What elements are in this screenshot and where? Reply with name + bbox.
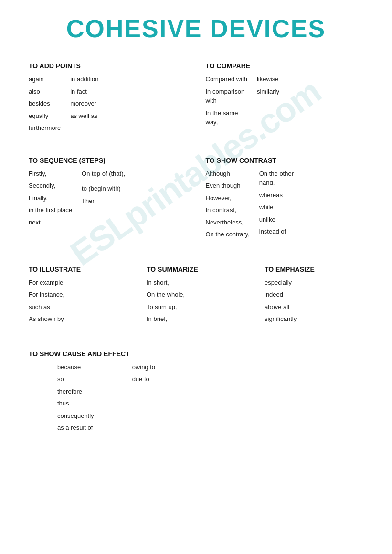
- list-item: so: [57, 374, 94, 384]
- summarize-col: In short, On the whole, To sum up, In br…: [147, 278, 185, 324]
- sequence-title: TO SEQUENCE (STEPS): [29, 157, 187, 164]
- list-item: in fact: [70, 87, 98, 96]
- list-item: in the first place: [29, 205, 72, 215]
- list-item: Nevertheless,: [206, 218, 250, 227]
- list-item: also: [29, 87, 61, 96]
- sections-grid: TO ADD POINTS again also besides equally…: [24, 57, 368, 437]
- list-item: next: [29, 218, 72, 227]
- add-points-title: TO ADD POINTS: [29, 62, 187, 70]
- list-item: whereas: [259, 191, 294, 200]
- list-item: because: [57, 362, 94, 372]
- list-item: especially: [265, 278, 297, 288]
- section-contrast: TO SHOW CONTRAST Although Even though Ho…: [201, 152, 369, 244]
- list-item: Although: [206, 169, 250, 179]
- list-item: similarly: [257, 87, 279, 96]
- cause-effect-title: TO SHOW CAUSE AND EFFECT: [29, 350, 363, 358]
- cause-effect-body: because so therefore thus consequently a…: [29, 362, 363, 433]
- contrast-col2: On the otherhand, whereas while unlike i…: [259, 169, 294, 239]
- section-summarize: TO SUMMARIZE In short, On the whole, To …: [142, 261, 250, 329]
- list-item: in addition: [70, 75, 98, 84]
- page-title: COHESIVE DEVICES: [24, 14, 368, 43]
- list-item: On the whole,: [147, 290, 185, 299]
- contrast-col1: Although Even though However, In contras…: [206, 169, 250, 239]
- illustrate-body: For example, For instance, such as As sh…: [29, 278, 127, 324]
- add-points-body: again also besides equally furthermore i…: [29, 75, 187, 133]
- section-emphasize: TO EMPHASIZE especially indeed above all…: [260, 261, 368, 329]
- list-item: such as: [29, 302, 65, 312]
- cause-col1: because so therefore thus consequently a…: [57, 362, 94, 433]
- list-item: instead of: [259, 227, 294, 236]
- contrast-body: Although Even though However, In contras…: [206, 169, 364, 239]
- row-3: TO ILLUSTRATE For example, For instance,…: [24, 261, 368, 329]
- list-item: In the sameway,: [206, 108, 247, 127]
- section-compare: TO COMPARE Compared with In comparisonwi…: [201, 57, 369, 138]
- compare-title: TO COMPARE: [206, 62, 364, 70]
- list-item: As shown by: [29, 314, 65, 324]
- list-item: therefore: [57, 387, 94, 396]
- list-item: to (begin with): [82, 184, 125, 193]
- emphasize-title: TO EMPHASIZE: [265, 266, 363, 273]
- summarize-title: TO SUMMARIZE: [147, 266, 245, 273]
- list-item: On top of (that),: [82, 169, 125, 179]
- list-item: However,: [206, 193, 250, 203]
- list-item: while: [259, 202, 294, 212]
- list-item: In short,: [147, 278, 185, 288]
- summarize-body: In short, On the whole, To sum up, In br…: [147, 278, 245, 324]
- compare-body: Compared with In comparisonwith In the s…: [206, 75, 364, 127]
- list-item: Then: [82, 196, 125, 206]
- compare-col2: likewise similarly: [257, 75, 279, 127]
- add-points-col2: in addition in fact moreover as well as: [70, 75, 98, 133]
- list-item: For instance,: [29, 290, 65, 299]
- list-item: consequently: [57, 411, 94, 421]
- section-sequence: TO SEQUENCE (STEPS) Firstly, Secondly, F…: [24, 152, 191, 244]
- section-add-points: TO ADD POINTS again also besides equally…: [24, 57, 191, 138]
- list-item: Firstly,: [29, 169, 72, 179]
- list-item: On the contrary,: [206, 230, 250, 239]
- list-item: furthermore: [29, 123, 61, 133]
- list-item: Even though: [206, 181, 250, 191]
- add-points-col1: again also besides equally furthermore: [29, 75, 61, 133]
- list-item: In brief,: [147, 314, 185, 324]
- list-item: besides: [29, 99, 61, 108]
- list-item: owing to: [132, 362, 155, 372]
- row-4: TO SHOW CAUSE AND EFFECT because so ther…: [24, 345, 368, 437]
- list-item: To sum up,: [147, 302, 185, 312]
- list-item: above all: [265, 302, 297, 312]
- list-item: indeed: [265, 290, 297, 299]
- emphasize-col: especially indeed above all significantl…: [265, 278, 297, 324]
- list-item: thus: [57, 399, 94, 408]
- section-cause-effect: TO SHOW CAUSE AND EFFECT because so ther…: [24, 345, 368, 437]
- compare-col1: Compared with In comparisonwith In the s…: [206, 75, 247, 127]
- list-item: On the otherhand,: [259, 169, 294, 188]
- list-item: Secondly,: [29, 181, 72, 191]
- list-item: significantly: [265, 314, 297, 324]
- list-item: Finally,: [29, 193, 72, 203]
- list-item: again: [29, 75, 61, 84]
- illustrate-col: For example, For instance, such as As sh…: [29, 278, 65, 324]
- sequence-col1: Firstly, Secondly, Finally, in the first…: [29, 169, 72, 227]
- row-1: TO ADD POINTS again also besides equally…: [24, 57, 368, 138]
- list-item: Compared with: [206, 75, 247, 84]
- sequence-body: Firstly, Secondly, Finally, in the first…: [29, 169, 187, 227]
- list-item: unlike: [259, 215, 294, 224]
- list-item: as well as: [70, 111, 98, 121]
- sequence-col2: On top of (that), to (begin with) Then: [82, 169, 125, 227]
- illustrate-title: TO ILLUSTRATE: [29, 266, 127, 273]
- row-2: TO SEQUENCE (STEPS) Firstly, Secondly, F…: [24, 152, 368, 244]
- cause-col2: owing to due to: [132, 362, 155, 384]
- list-item: In contrast,: [206, 205, 250, 215]
- list-item: For example,: [29, 278, 65, 288]
- emphasize-body: especially indeed above all significantl…: [265, 278, 363, 324]
- list-item: as a result of: [57, 423, 94, 433]
- list-item: likewise: [257, 75, 279, 84]
- contrast-title: TO SHOW CONTRAST: [206, 157, 364, 164]
- section-illustrate: TO ILLUSTRATE For example, For instance,…: [24, 261, 132, 329]
- list-item: due to: [132, 374, 155, 384]
- list-item: equally: [29, 111, 61, 121]
- list-item: moreover: [70, 99, 98, 108]
- list-item: In comparisonwith: [206, 87, 247, 106]
